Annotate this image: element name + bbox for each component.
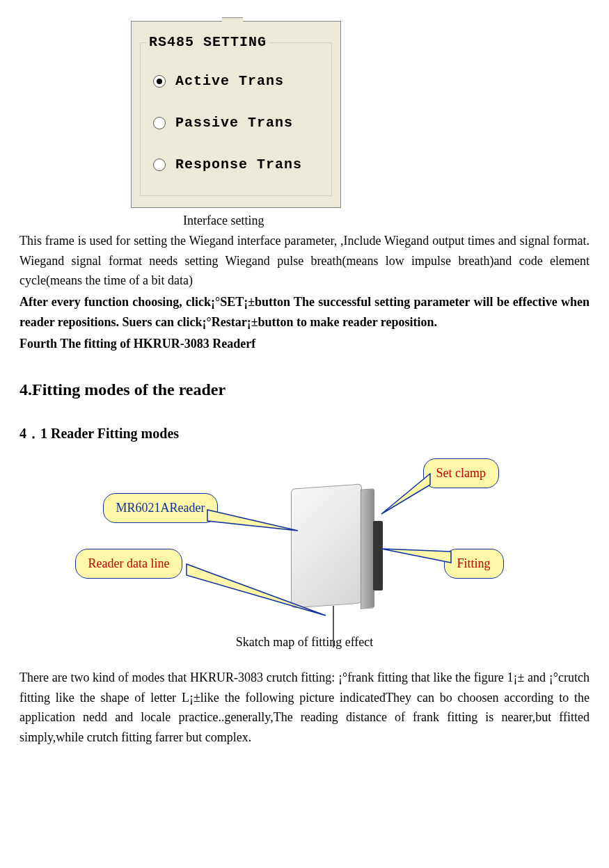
radio-label: Response Trans: [175, 154, 302, 176]
pointer-icon: [207, 506, 305, 540]
pointer-icon: [381, 472, 437, 521]
svg-marker-3: [381, 549, 451, 563]
radio-icon: [153, 117, 166, 129]
callout-fitting: Fitting: [444, 549, 504, 579]
radio-passive-trans[interactable]: Passive Trans: [146, 102, 326, 144]
rs485-fieldset: RS485 SETTING Active Trans Passive Trans…: [140, 31, 332, 196]
fitting-diagram: MR6021AReader Reader data line Set clamp…: [68, 451, 541, 632]
radio-icon: [153, 159, 166, 171]
reader-cable: [333, 606, 334, 648]
paragraph-interface-description: This frame is used for setting the Wiega…: [19, 231, 590, 291]
sketch-caption: Skatch map of fitting effect: [19, 632, 590, 652]
radio-response-trans[interactable]: Response Trans: [146, 144, 326, 186]
paragraph-fitting-modes: There are two kind of modes that HKRUR-3…: [19, 668, 590, 748]
rs485-legend: RS485 SETTING: [146, 31, 269, 54]
svg-marker-2: [381, 474, 430, 514]
radio-label: Passive Trans: [175, 112, 293, 134]
interface-setting-caption: Interface setting: [183, 211, 590, 231]
radio-dot-icon: [157, 79, 162, 84]
section-title: 4.Fitting modes of the reader: [19, 376, 590, 403]
dialog-notch: [222, 17, 243, 24]
callout-data-line: Reader data line: [75, 549, 183, 579]
pointer-icon: [187, 560, 326, 622]
radio-icon: [153, 75, 166, 88]
rs485-setting-dialog: RS485 SETTING Active Trans Passive Trans…: [131, 21, 341, 208]
radio-label: Active Trans: [175, 70, 284, 93]
radio-active-trans[interactable]: Active Trans: [146, 61, 326, 102]
pointer-icon: [381, 542, 451, 570]
reader-panel-side: [361, 488, 374, 609]
svg-marker-1: [187, 564, 326, 616]
svg-marker-0: [207, 510, 298, 531]
paragraph-fourth-heading: Fourth The fitting of HKRUR-3083 Readerf: [19, 334, 590, 354]
paragraph-set-instructions: After every function choosing, click¡°SE…: [19, 292, 590, 332]
callout-reader: MR6021AReader: [103, 493, 219, 523]
subsection-title: 4．1 Reader Fitting modes: [19, 422, 590, 444]
